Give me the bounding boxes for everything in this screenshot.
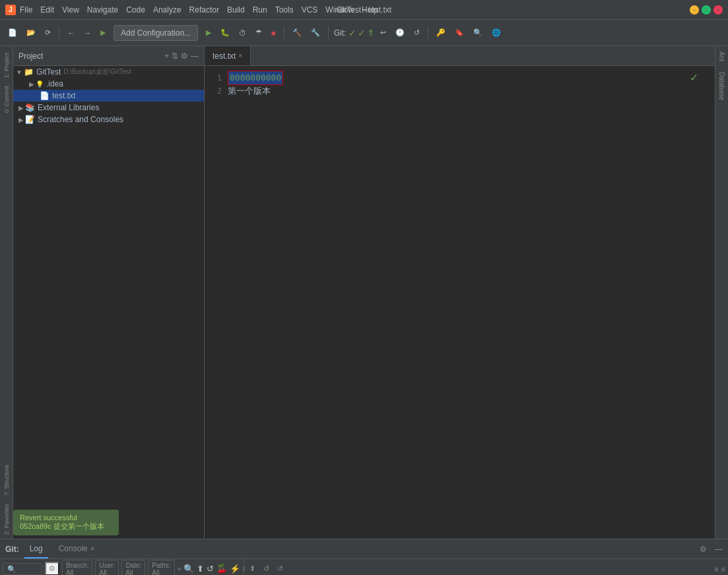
new-file-button[interactable]: 📄: [4, 26, 21, 39]
project-tab[interactable]: 1: Project: [2, 49, 11, 82]
tree-item-external-libs[interactable]: ▶ 📚 External Libraries: [13, 102, 204, 114]
git-cherry-pick-btn[interactable]: 🍒: [216, 562, 227, 576]
ant-tab[interactable]: Ant: [717, 46, 727, 67]
structure-tab[interactable]: 7: Structure: [2, 461, 11, 500]
add-configuration-button[interactable]: Add Configuration...: [114, 25, 198, 41]
bookmark-button[interactable]: 🔖: [451, 26, 468, 39]
commit-tab[interactable]: 0: Commit: [2, 82, 11, 117]
sync-button[interactable]: ⟳: [41, 26, 55, 39]
revert-tooltip-line1: Revert successful: [20, 514, 112, 522]
git-commit-icon[interactable]: ✓: [348, 28, 356, 38]
forward-button[interactable]: →: [80, 27, 95, 39]
git-right-collapse-icon[interactable]: ≡: [721, 565, 725, 573]
back-button[interactable]: ←: [63, 27, 79, 39]
toolbar: 📄 📂 ⟳ ← → ▶ Add Configuration... ▶ 🐛 ⏱ ☂…: [0, 20, 728, 46]
tree-item-idea[interactable]: ▶ 💡 .idea: [13, 78, 204, 90]
menu-view[interactable]: View: [62, 5, 79, 15]
code-content: 0000000000 第一个版本: [228, 71, 715, 98]
translate-button[interactable]: 🌐: [488, 26, 505, 39]
folder-icon-scratches: 📝: [25, 115, 35, 124]
close-tab-testtxt[interactable]: ×: [238, 52, 242, 59]
git-history-button[interactable]: 🕐: [391, 26, 409, 39]
git-refresh-btn[interactable]: ⚙: [45, 562, 59, 575]
tree-item-testtxt[interactable]: 📄 test.txt: [13, 90, 204, 102]
bottom-panel-header: Git: Log Console × ⚙ —: [0, 539, 728, 559]
menu-vcs[interactable]: VCS: [302, 5, 318, 15]
menu-analyze[interactable]: Analyze: [153, 5, 182, 15]
main-layout: 1: Project 0: Commit 7: Structure 2: Fav…: [0, 46, 728, 539]
find-button[interactable]: 🔍: [469, 26, 486, 39]
user-filter-btn[interactable]: User: All: [95, 560, 119, 576]
tree-item-scratches[interactable]: ▶ 📝 Scratches and Consoles: [13, 114, 204, 125]
bottom-settings-icon[interactable]: ⚙: [700, 545, 707, 554]
coverage-button[interactable]: ☂: [251, 26, 266, 39]
close-console-icon[interactable]: ×: [90, 545, 94, 553]
open-button[interactable]: 📂: [22, 26, 40, 39]
git-right-btn1[interactable]: ⬆: [247, 563, 258, 574]
git-right-btn3[interactable]: ↺: [275, 563, 286, 574]
tree-root-gittest[interactable]: ▼ 📁 GitTest D:\Backup\桌面\GitTest: [13, 66, 204, 78]
menu-code[interactable]: Code: [126, 5, 145, 15]
database-tab[interactable]: Database: [717, 67, 727, 106]
build-button[interactable]: 🔨: [288, 26, 306, 39]
debug-button[interactable]: 🐛: [216, 26, 234, 39]
revert-tooltip-line2: 052ca89c 提交第一个版本: [20, 522, 112, 531]
git-revert-btn[interactable]: ↺: [207, 562, 214, 576]
branch-filter-btn[interactable]: Branch: All: [62, 560, 92, 576]
menu-build[interactable]: Build: [227, 5, 245, 15]
minimize-button[interactable]: −: [690, 5, 699, 15]
play-button[interactable]: ▶: [202, 26, 215, 39]
bottom-git-label: Git:: [5, 545, 19, 554]
stop-button[interactable]: ■: [267, 27, 280, 39]
profile-button[interactable]: ⏱: [235, 27, 250, 39]
window-controls: − □ ×: [690, 5, 723, 15]
menu-refactor[interactable]: Refactor: [189, 5, 219, 15]
run-button[interactable]: ▶: [96, 26, 110, 39]
menu-tools[interactable]: Tools: [275, 5, 294, 15]
wrench-button[interactable]: 🔑: [432, 26, 449, 39]
git-right-btn2[interactable]: ↺: [261, 563, 272, 574]
git-fetch-button[interactable]: ↩: [376, 26, 390, 39]
bottom-tab-console[interactable]: Console ×: [53, 539, 100, 558]
add-tree-icon[interactable]: +: [164, 51, 169, 61]
bottom-tab-log[interactable]: Log: [24, 539, 48, 558]
git-filter-btn[interactable]: ⚡: [230, 562, 240, 576]
editor-tabs: test.txt ×: [205, 46, 715, 66]
revert-tooltip: Revert successful 052ca89c 提交第一个版本: [13, 510, 119, 535]
settings-tree-icon[interactable]: ⚙: [181, 51, 188, 61]
more-filters-icon[interactable]: »: [178, 565, 182, 572]
git-left-toolbar: ⚙ Branch: All User: All Date: All Paths:…: [0, 559, 244, 575]
git-left-panel: ⚙ Branch: All User: All Date: All Paths:…: [0, 559, 244, 575]
editor-tab-testtxt[interactable]: test.txt ×: [205, 46, 251, 65]
code-text-1: 0000000000: [228, 71, 283, 85]
toolbar-separator-4: [428, 26, 428, 40]
menu-navigate[interactable]: Navigate: [87, 5, 118, 15]
git-revert-button[interactable]: ↺: [410, 26, 424, 39]
git-pull-icon[interactable]: ⇑: [367, 28, 375, 38]
date-filter-btn[interactable]: Date: All: [121, 560, 145, 576]
close-button[interactable]: ×: [713, 5, 723, 15]
left-tool-strip: 1: Project 0: Commit 7: Structure 2: Fav…: [0, 46, 13, 539]
toolbar-separator-1: [59, 26, 59, 40]
menu-file[interactable]: File: [20, 5, 32, 15]
menu-edit[interactable]: Edit: [40, 5, 54, 15]
menu-run[interactable]: Run: [253, 5, 267, 15]
tree-item-testtxt-label: test.txt: [52, 91, 75, 100]
settings-button[interactable]: 🔧: [307, 26, 324, 39]
git-right-expand-icon[interactable]: ≡: [714, 565, 718, 573]
tree-root-label: GitTest: [36, 67, 61, 77]
git-search-icon[interactable]: 🔍: [183, 562, 194, 576]
favorites-tab[interactable]: 2: Favorites: [2, 500, 11, 539]
editor-content[interactable]: 1 2 0000000000 第一个版本 ✓: [205, 66, 715, 539]
maximize-button[interactable]: □: [702, 5, 711, 15]
bottom-minimize-icon[interactable]: —: [715, 545, 723, 554]
editor-checkmark-icon: ✓: [690, 71, 698, 84]
git-push-btn[interactable]: ⬆: [197, 562, 204, 576]
git-search-input[interactable]: [3, 563, 42, 575]
toolbar-separator-2: [284, 26, 284, 40]
git-push-icon[interactable]: ✓: [358, 28, 366, 38]
line-num-1: 1: [205, 71, 222, 85]
path-filter-btn[interactable]: Paths: All: [148, 560, 174, 576]
minimize-tree-icon[interactable]: —: [191, 51, 199, 61]
expand-tree-icon[interactable]: ⇅: [172, 51, 178, 61]
